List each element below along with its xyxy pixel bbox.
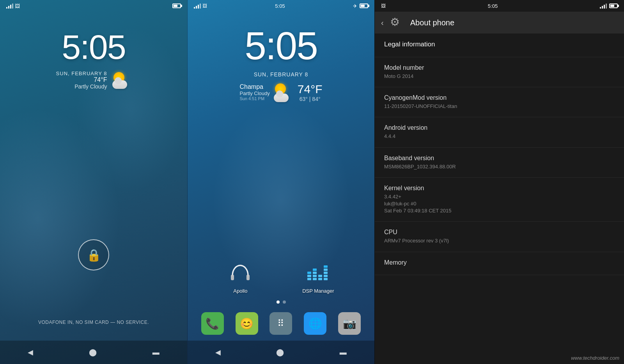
- airplane-icon: ✈: [353, 3, 357, 9]
- lock-screen: 🖼 5:05 SUN, FEBRUARY 8 74°F Partly Cloud…: [0, 0, 187, 364]
- about-header: ‹ ⚙ About phone: [375, 12, 624, 34]
- about-status-right: [600, 3, 618, 9]
- home-status-right: ✈: [353, 3, 368, 9]
- about-signal-bars: [600, 3, 607, 9]
- model-number-value: Moto G 2014: [384, 73, 615, 80]
- home-weather-row: Champa Partly Cloudy Sun 4:51 PM 74°F 63…: [188, 81, 374, 103]
- apollo-icon: [228, 261, 253, 286]
- home-status-left: 🖼: [194, 3, 207, 9]
- lock-condition: Partly Cloudy: [56, 83, 107, 90]
- list-item-kernel[interactable]: Kernel version 3.4.42+ luk@luk-pc #0 Sat…: [375, 178, 624, 222]
- signal-bars-icon: [6, 3, 13, 9]
- home-home-button[interactable]: ⬤: [276, 348, 284, 357]
- svg-rect-11: [324, 278, 328, 280]
- dot-1: [277, 300, 280, 304]
- browser-icon: 🌐: [308, 317, 322, 330]
- svg-rect-6: [313, 275, 317, 277]
- lock-status-bar: 🖼: [0, 0, 187, 12]
- about-back-button[interactable]: ‹: [381, 18, 384, 27]
- list-item-cm-version[interactable]: CyanogenMod version 11-20150207-UNOFFICI…: [375, 87, 624, 117]
- photo-icon-lock: 🖼: [15, 3, 20, 9]
- home-sun-time: Sun 4:51 PM: [239, 96, 269, 101]
- no-sim-text: VODAFONE IN, NO SIM CARD — NO SERVICE.: [0, 320, 187, 325]
- lock-date: SUN, FEBRUARY 8: [56, 71, 107, 76]
- watermark: www.techdroider.com: [571, 355, 619, 361]
- home-screen: 🖼 5:05 ✈ 5:05 SUN, FEBRUARY 8 Champa Par…: [187, 0, 374, 364]
- about-battery-icon: [609, 4, 618, 8]
- lock-status-left: 🖼: [6, 3, 20, 9]
- home-battery-icon: [360, 4, 368, 8]
- weather-icon: [112, 70, 131, 90]
- phone-icon: 📞: [206, 317, 219, 330]
- svg-rect-13: [324, 272, 328, 274]
- dsp-label: DSP Manager: [302, 288, 334, 294]
- dock-sms[interactable]: 😊: [236, 312, 258, 335]
- lock-nav-bar: ◀ ⬤ ▬: [0, 341, 187, 364]
- baseband-version-title: Baseband version: [384, 155, 615, 162]
- lock-temperature: 74°F: [56, 76, 107, 83]
- battery-icon: [172, 4, 181, 8]
- app-apollo[interactable]: Apollo: [228, 261, 253, 294]
- about-photo-icon: 🖼: [381, 3, 386, 9]
- about-content: Legal information Model number Moto G 20…: [375, 34, 624, 364]
- svg-rect-2: [307, 278, 311, 280]
- lock-status-right: [172, 4, 181, 8]
- lock-icon: 🔒: [87, 248, 101, 262]
- kernel-version-title: Kernel version: [384, 185, 615, 192]
- page-dots: [188, 300, 374, 304]
- svg-rect-4: [307, 272, 311, 274]
- svg-rect-7: [313, 272, 317, 274]
- about-status-left: 🖼: [381, 3, 386, 9]
- home-weather-icon: [273, 81, 294, 103]
- dock-camera[interactable]: 📷: [338, 312, 361, 335]
- apollo-headphone-svg: [228, 261, 253, 286]
- memory-title: Memory: [384, 259, 615, 266]
- home-temp-range: 63° | 84°: [298, 96, 323, 102]
- dsp-equalizer-svg: [306, 261, 331, 286]
- dock-bar: 📞 😊 ⠿ 🌐 📷: [188, 308, 374, 339]
- dock-phone[interactable]: 📞: [201, 312, 224, 335]
- cpu-value: ARMv7 Processor rev 3 (v7l): [384, 237, 615, 244]
- list-item-cpu[interactable]: CPU ARMv7 Processor rev 3 (v7l): [375, 222, 624, 252]
- list-item-baseband[interactable]: Baseband version MSM8626BP_1032.394.88.0…: [375, 148, 624, 178]
- back-chevron-icon: ‹: [381, 18, 384, 27]
- svg-rect-8: [313, 269, 317, 271]
- svg-rect-5: [313, 278, 317, 280]
- legal-info-title: Legal information: [384, 41, 615, 48]
- recent-button[interactable]: ▬: [152, 348, 160, 357]
- home-weather-info: Champa Partly Cloudy Sun 4:51 PM: [239, 83, 269, 101]
- apollo-label: Apollo: [233, 288, 247, 294]
- home-button[interactable]: ⬤: [89, 348, 97, 357]
- dsp-icon: [306, 261, 331, 286]
- cpu-title: CPU: [384, 229, 615, 236]
- sms-icon: 😊: [240, 317, 254, 330]
- home-weather: SUN, FEBRUARY 8 Champa Partly Cloudy Sun…: [188, 71, 374, 103]
- list-item-legal[interactable]: Legal information: [375, 34, 624, 57]
- home-recent-button[interactable]: ▬: [340, 348, 347, 357]
- model-number-title: Model number: [384, 64, 615, 71]
- home-time: 5:05: [188, 23, 374, 68]
- kernel-version-value: 3.4.42+ luk@luk-pc #0 Sat Feb 7 03:49:18…: [384, 193, 615, 215]
- home-apps-row: Apollo: [188, 261, 374, 294]
- home-photo-icon: 🖼: [202, 3, 207, 9]
- gear-icon: ⚙: [390, 16, 404, 30]
- dock-browser[interactable]: 🌐: [304, 312, 326, 335]
- home-temperature: 74°F: [298, 83, 323, 96]
- list-item-model[interactable]: Model number Moto G 2014: [375, 57, 624, 87]
- baseband-version-value: MSM8626BP_1032.394.88.00R: [384, 163, 615, 170]
- unlock-button[interactable]: 🔒: [78, 239, 109, 270]
- about-status-time: 5:05: [488, 3, 498, 9]
- camera-icon: 📷: [343, 317, 356, 330]
- svg-rect-0: [231, 275, 234, 280]
- app-dsp[interactable]: DSP Manager: [302, 261, 334, 294]
- list-item-memory[interactable]: Memory: [375, 252, 624, 275]
- dock-launcher[interactable]: ⠿: [269, 312, 292, 335]
- home-back-button[interactable]: ◀: [215, 348, 221, 357]
- svg-rect-12: [324, 275, 328, 277]
- back-button[interactable]: ◀: [28, 348, 33, 357]
- about-status-bar: 🖼 5:05: [375, 0, 624, 12]
- home-signal-bars: [194, 3, 201, 9]
- list-item-android-version[interactable]: Android version 4.4.4: [375, 117, 624, 147]
- home-condition: Partly Cloudy: [239, 90, 269, 96]
- svg-rect-14: [324, 269, 328, 271]
